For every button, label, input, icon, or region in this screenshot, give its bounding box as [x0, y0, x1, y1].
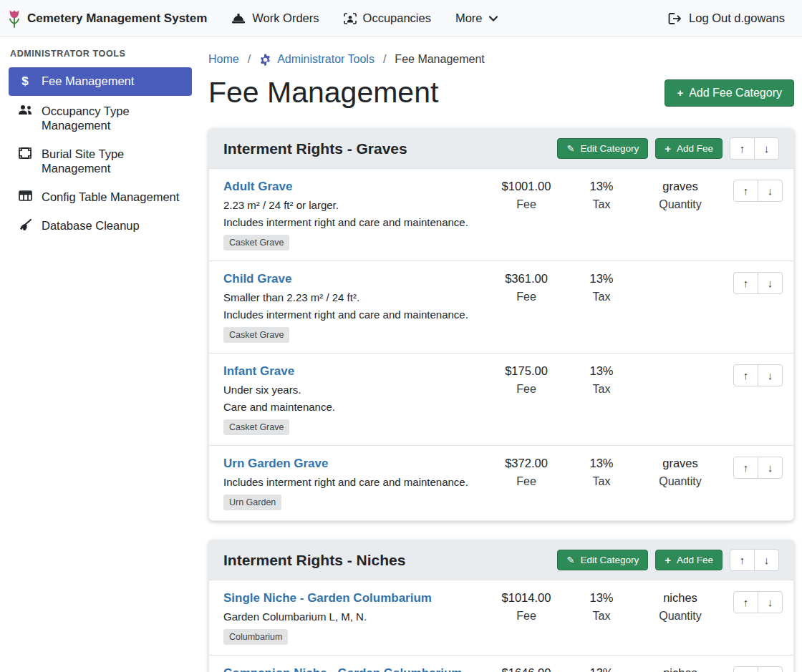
fee-quantity-label: Quantity — [637, 475, 723, 488]
move-fee-up-button[interactable]: ↑ — [733, 364, 758, 386]
fee-descriptions: Garden Columbarium L, M, N. — [223, 610, 480, 623]
move-fee-up-button[interactable]: ↑ — [733, 666, 758, 672]
sidebar: ADMINISTRATOR TOOLS $ Fee Management Occ… — [0, 37, 200, 672]
move-fee-up-button[interactable]: ↑ — [733, 591, 758, 613]
fee-tax-col: 13% Tax — [566, 591, 637, 623]
logout-icon — [668, 13, 682, 24]
gear-icon — [259, 54, 271, 66]
fee-tax: 13% — [566, 666, 637, 672]
fee-descriptions: Under six years.Care and maintenance. — [223, 384, 480, 413]
move-fee-down-button[interactable]: ↓ — [758, 591, 783, 613]
move-fee-down-button[interactable]: ↓ — [758, 457, 783, 479]
add-fee-label: Add Fee — [677, 143, 713, 154]
plot-frame-icon — [17, 147, 33, 159]
move-fee-up-button[interactable]: ↑ — [733, 180, 758, 202]
fee-name-link[interactable]: Infant Grave — [223, 364, 294, 379]
add-fee-label: Add Fee — [677, 555, 713, 565]
fee-type-badge: Casket Grave — [223, 327, 289, 343]
edit-category-button[interactable]: ✎ Edit Category — [557, 138, 648, 159]
main-content: Home / Administrator Tools / Fee Managem… — [200, 37, 802, 672]
fee-amount-label: Fee — [487, 610, 566, 623]
sidebar-item-fee-management[interactable]: $ Fee Management — [9, 67, 192, 96]
fee-row: Infant Grave Under six years.Care and ma… — [209, 353, 793, 445]
fee-amount-col: $361.00 Fee — [487, 272, 566, 303]
arrow-down-icon: ↓ — [768, 370, 773, 381]
move-fee-down-button[interactable]: ↓ — [758, 364, 783, 386]
fee-name-link[interactable]: Urn Garden Grave — [223, 457, 328, 471]
fee-name-link[interactable]: Adult Grave — [223, 180, 292, 194]
sidebar-item-config-table-management[interactable]: Config Table Management — [9, 183, 192, 210]
fee-row: Child Grave Smaller than 2.23 m² / 24 ft… — [209, 260, 793, 353]
app-brand[interactable]: Cemetery Management System — [7, 8, 207, 29]
move-fee-up-button[interactable]: ↑ — [733, 272, 758, 294]
nav-label: Work Orders — [252, 11, 319, 25]
fee-tax: 13% — [566, 364, 637, 378]
fee-amount-label: Fee — [487, 383, 566, 396]
arrow-down-icon: ↓ — [768, 278, 773, 288]
add-fee-button[interactable]: + Add Fee — [655, 550, 723, 570]
fee-tax: 13% — [566, 591, 637, 605]
sidebar-item-label: Occupancy Type Management — [42, 104, 183, 132]
fee-type-badge: Casket Grave — [223, 235, 289, 250]
top-navbar: Cemetery Management System Work Orders — [0, 0, 802, 37]
fee-amount: $1646.00 — [487, 666, 566, 672]
sidebar-item-database-cleanup[interactable]: Database Cleanup — [9, 212, 192, 239]
table-icon — [17, 190, 33, 201]
fee-details: Single Niche - Garden Columbarium Garden… — [223, 591, 487, 645]
fee-amount-label: Fee — [487, 198, 566, 211]
breadcrumb-home-link[interactable]: Home — [208, 53, 239, 66]
categories: Interment Rights - Graves ✎ Edit Categor… — [208, 128, 794, 672]
fee-description: Under six years. — [223, 384, 480, 396]
fee-tax-label: Tax — [566, 610, 637, 623]
fee-tax-col: 13% Tax — [566, 364, 637, 396]
edit-category-button[interactable]: ✎ Edit Category — [557, 550, 648, 570]
fee-amount: $1014.00 — [487, 591, 566, 605]
dollar-icon: $ — [17, 74, 33, 89]
nav-label: Occupancies — [363, 11, 431, 25]
move-category-up-button[interactable]: ↑ — [730, 549, 755, 571]
fee-quantity-label: Quantity — [637, 610, 723, 623]
fee-tax: 13% — [566, 272, 637, 286]
page-title: Fee Management — [208, 76, 438, 109]
move-fee-down-button[interactable]: ↓ — [758, 272, 783, 294]
hard-hat-icon — [231, 13, 246, 24]
fee-name-link[interactable]: Single Niche - Garden Columbarium — [223, 591, 432, 605]
sidebar-item-occupancy-type-management[interactable]: Occupancy Type Management — [9, 97, 192, 139]
fee-amount-col: $1001.00 Fee — [487, 180, 566, 211]
breadcrumb: Home / Administrator Tools / Fee Managem… — [208, 53, 794, 66]
fee-details: Adult Grave 2.23 m² / 24 ft² or larger.I… — [223, 180, 487, 250]
logout-button[interactable]: Log Out d.gowans — [668, 11, 785, 25]
nav-item-occupancies[interactable]: Occupancies — [344, 11, 431, 25]
add-fee-category-button[interactable]: + Add Fee Category — [665, 79, 794, 107]
fee-reorder-group: ↑ ↓ — [733, 364, 783, 386]
fee-row: Urn Garden Grave Includes interment righ… — [209, 445, 793, 520]
fee-name-link[interactable]: Companion Niche - Garden Columbarium — [223, 666, 462, 672]
fee-amount-label: Fee — [487, 475, 566, 488]
fee-reorder-group: ↑ ↓ — [733, 180, 783, 202]
move-category-down-button[interactable]: ↓ — [754, 549, 779, 571]
fee-description: Includes interment right and care and ma… — [223, 476, 480, 488]
move-category-up-button[interactable]: ↑ — [730, 137, 755, 160]
arrow-down-icon: ↓ — [768, 462, 773, 473]
breadcrumb-admin-tools-link[interactable]: Administrator Tools — [259, 53, 375, 66]
fee-quantity-col: Quantity — [637, 364, 723, 382]
nav-item-work-orders[interactable]: Work Orders — [231, 11, 319, 25]
add-fee-button[interactable]: + Add Fee — [655, 138, 723, 159]
move-category-down-button[interactable]: ↓ — [754, 137, 779, 160]
move-fee-up-button[interactable]: ↑ — [733, 457, 758, 479]
sidebar-item-burial-site-type-management[interactable]: Burial Site Type Management — [9, 140, 192, 182]
arrow-up-icon: ↑ — [743, 278, 749, 288]
people-icon — [17, 104, 33, 115]
fee-tax-col: 13% Tax — [566, 457, 637, 488]
arrow-up-icon: ↑ — [743, 370, 749, 381]
fee-tax: 13% — [566, 457, 637, 470]
nav-item-more[interactable]: More — [455, 11, 498, 25]
fee-name-link[interactable]: Child Grave — [223, 272, 291, 286]
fee-type-badge: Casket Grave — [223, 419, 289, 435]
move-fee-down-button[interactable]: ↓ — [758, 180, 783, 202]
fee-tax-label: Tax — [566, 198, 637, 211]
fee-type-badge: Urn Garden — [223, 495, 281, 510]
edit-category-label: Edit Category — [580, 143, 639, 154]
fee-amount-col: $175.00 Fee — [487, 364, 566, 396]
move-fee-down-button[interactable]: ↓ — [758, 666, 783, 672]
